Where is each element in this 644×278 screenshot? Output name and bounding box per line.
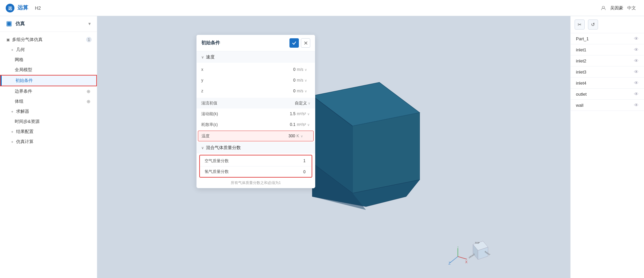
chevron-icon: ∨ xyxy=(201,55,204,59)
sidebar-item-mesh[interactable]: 网格 xyxy=(0,55,97,65)
right-panel-item-inlet3[interactable]: inlet3 👁 xyxy=(571,66,644,78)
velocity-z-row: z 0 m/s ∨ xyxy=(197,86,315,96)
visibility-icon[interactable]: 👁 xyxy=(634,102,639,108)
turb-e-value[interactable]: 0.1 xyxy=(228,122,297,127)
sidebar-item-global-model[interactable]: 全局模型 xyxy=(0,65,97,75)
visibility-icon[interactable]: 👁 xyxy=(634,47,639,52)
turbulence-select[interactable]: 自定义 ∨ xyxy=(295,100,310,106)
turb-e-label: 耗散率(ε) xyxy=(201,122,228,128)
velocity-z-value[interactable]: 0 xyxy=(228,89,297,93)
cut-btn[interactable]: ✂ xyxy=(575,19,585,30)
orientation-cube[interactable]: TOP FRONT RIGHT xyxy=(466,238,493,265)
velocity-y-value[interactable]: 0 xyxy=(228,78,297,83)
turb-k-label: 湍动能(k) xyxy=(201,111,228,117)
h2-mass-value[interactable]: 0 xyxy=(231,170,307,174)
velocity-z-unit: m/s ∨ xyxy=(297,89,310,93)
orient-cube-svg: TOP FRONT RIGHT xyxy=(466,238,493,265)
part-name: inlet3 xyxy=(576,70,634,75)
language-switcher[interactable]: 中文 xyxy=(627,5,636,11)
modal-actions: ✕ xyxy=(289,38,310,48)
axes-labels: Z Y X xyxy=(448,246,468,266)
user-area: 吴因豪 中文 xyxy=(601,5,636,11)
velocity-x-value[interactable]: 0 xyxy=(228,67,297,72)
close-icon: ✕ xyxy=(304,40,308,46)
modal-body: ∨ 速度 x 0 m/s ∨ y xyxy=(197,51,315,188)
svg-text:X: X xyxy=(465,260,468,264)
right-panel-item-inlet4[interactable]: inlet4 👁 xyxy=(571,78,644,89)
expand-icon: ＋ xyxy=(9,109,15,114)
refresh-btn[interactable]: ↺ xyxy=(588,19,598,30)
velocity-x-unit: m/s ∨ xyxy=(297,67,310,72)
unit-chevron-icon[interactable]: ∨ xyxy=(301,134,303,138)
velocity-section-body: x 0 m/s ∨ y 0 m/s ∨ xyxy=(197,63,315,98)
temperature-value[interactable]: 300 xyxy=(228,134,297,138)
visibility-icon[interactable]: 👁 xyxy=(634,80,639,86)
part-name: wall xyxy=(576,103,634,108)
sidebar-item-init-conditions[interactable]: 初始条件 xyxy=(0,75,97,86)
right-panel-item-part1[interactable]: Part_1 👁 xyxy=(571,33,644,44)
right-panel-item-inlet1[interactable]: inlet1 👁 xyxy=(571,44,644,55)
modal-confirm-btn[interactable] xyxy=(289,38,299,48)
air-mass-label: 空气质量分数 xyxy=(205,158,231,164)
sidebar-item-solver[interactable]: ＋ 求解器 xyxy=(0,106,97,117)
modal-header: 初始条件 ✕ xyxy=(197,35,315,51)
unit-chevron-icon[interactable]: ∨ xyxy=(307,123,310,127)
unit-chevron-icon[interactable]: ∨ xyxy=(305,89,307,93)
visibility-icon[interactable]: 👁 xyxy=(634,69,639,75)
velocity-section-header[interactable]: ∨ 速度 xyxy=(197,51,315,63)
air-mass-value[interactable]: 1 xyxy=(231,158,307,163)
refresh-icon: ↺ xyxy=(591,22,595,27)
sidebar-item-time-resource[interactable]: 时间步&资源 xyxy=(0,117,97,127)
modal-close-btn[interactable]: ✕ xyxy=(301,38,310,48)
part-name: inlet1 xyxy=(576,47,634,52)
mass-fraction-label: 混合气体质量分数 xyxy=(206,145,241,151)
sidebar-header: 仿真 ▼ xyxy=(0,16,97,32)
visibility-icon[interactable]: 👁 xyxy=(634,58,639,63)
user-icon xyxy=(601,5,606,11)
svg-rect-4 xyxy=(7,22,11,26)
right-panel-item-inlet2[interactable]: inlet2 👁 xyxy=(571,55,644,66)
velocity-y-row: y 0 m/s ∨ xyxy=(197,75,315,86)
turbulence-init-row: 湍流初值 自定义 ∨ xyxy=(197,98,315,108)
right-panel: ✂ ↺ Part_1 👁 inlet1 👁 inlet2 👁 inlet3 👁 xyxy=(570,16,644,278)
turbulence-k-row: 湍动能(k) 1.5 m²/s² ∨ xyxy=(197,108,315,119)
velocity-z-label: z xyxy=(201,89,228,93)
logo-icon: 远 xyxy=(5,3,15,13)
sidebar-item-body-group[interactable]: 体组 ⊕ xyxy=(0,96,97,106)
sidebar-tree: ▣ 多组分气体仿真 1 ＋ 几何 网格 全局模型 初始条件 xyxy=(0,32,97,149)
sidebar-item-boundary-cond[interactable]: 边界条件 ⊕ xyxy=(0,86,97,96)
velocity-section-label: 速度 xyxy=(206,54,215,60)
unit-chevron-icon[interactable]: ∨ xyxy=(305,68,307,72)
sidebar-item-result-config[interactable]: ＋ 结果配置 xyxy=(0,127,97,137)
mass-fraction-section-header[interactable]: ∨ 混合气体质量分数 xyxy=(197,142,315,153)
main-layout: 仿真 ▼ ▣ 多组分气体仿真 1 ＋ 几何 网格 全局模型 xyxy=(0,16,644,278)
sidebar-item-sim-compute[interactable]: ＋ 仿真计算 xyxy=(0,137,97,147)
unit-chevron-icon[interactable]: ∨ xyxy=(305,79,307,82)
modal-title: 初始条件 xyxy=(201,40,289,46)
velocity-y-unit: m/s ∨ xyxy=(297,78,310,83)
right-panel-item-outlet[interactable]: outlet 👁 xyxy=(571,89,644,100)
turb-k-value[interactable]: 1.5 xyxy=(228,111,297,116)
sidebar-item-label: 多组分气体仿真 xyxy=(12,37,86,43)
sidebar-item-multi-gas[interactable]: ▣ 多组分气体仿真 1 xyxy=(0,35,97,45)
svg-text:Z: Z xyxy=(448,262,450,265)
axes-svg: Z Y X xyxy=(448,246,468,265)
mass-fraction-hint: 所有气体质量分数之和必须为1 xyxy=(197,179,315,188)
unit-chevron-icon[interactable]: ∨ xyxy=(307,112,310,116)
h2-mass-label: 氢气质量分数 xyxy=(205,169,231,175)
item-badge: 1 xyxy=(86,37,92,42)
add-body-group-btn[interactable]: ⊕ xyxy=(86,98,92,104)
visibility-icon[interactable]: 👁 xyxy=(634,36,639,41)
expand-icon: ＋ xyxy=(9,47,15,52)
turb-e-unit: m²/s² ∨ xyxy=(297,122,310,127)
sidebar-item-label: 结果配置 xyxy=(16,129,92,135)
chevron-icon: ∨ xyxy=(201,146,204,150)
visibility-icon[interactable]: 👁 xyxy=(634,91,639,97)
turbulence-init-label: 湍流初值 xyxy=(201,100,228,106)
sidebar-item-geometry[interactable]: ＋ 几何 xyxy=(0,45,97,55)
logo-area: 远 远算 H2 xyxy=(5,3,41,13)
sidebar-collapse-arrow[interactable]: ▼ xyxy=(88,21,92,26)
add-boundary-btn[interactable]: ⊕ xyxy=(86,88,92,94)
right-panel-item-wall[interactable]: wall 👁 xyxy=(571,100,644,111)
sidebar-item-label: 几何 xyxy=(16,47,92,53)
